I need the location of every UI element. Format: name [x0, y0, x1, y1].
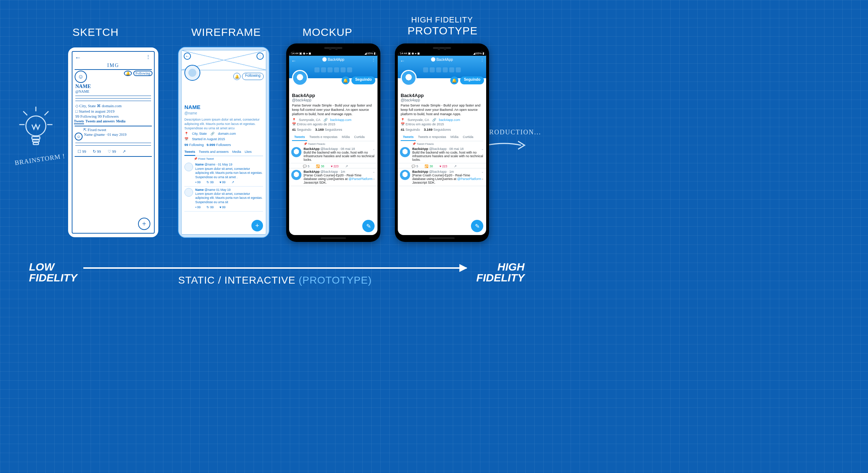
retweet-icon[interactable]: ↻ 99: [206, 180, 214, 184]
menu-dots-icon[interactable]: ⋮: [256, 53, 264, 60]
chevron-down-icon[interactable]: ⌄: [372, 170, 375, 173]
tweet-meta: @back4app · 08 mai 18: [321, 147, 355, 151]
tweet-item[interactable]: Name @name 01 May 19 Lorem ipsum dolor s…: [184, 187, 263, 212]
compose-fab[interactable]: +: [138, 218, 150, 230]
chevron-down-icon[interactable]: ⌄: [372, 147, 375, 151]
production-label: PRODUCTION...: [485, 129, 541, 136]
tab-tweets[interactable]: Tweets: [74, 120, 84, 124]
menu-dots-icon[interactable]: ⋮: [480, 58, 484, 62]
retweet-icon[interactable]: ↻ 99: [206, 205, 214, 209]
profile-link[interactable]: back4app.com: [330, 118, 352, 122]
profile-location: Sunnyvale, CA: [299, 118, 321, 122]
tab-replies[interactable]: Tweets e respostas: [307, 134, 340, 141]
tab-likes[interactable]: Curtida: [460, 134, 475, 141]
like-icon[interactable]: ♥ 99: [220, 205, 226, 209]
profile-stats: 99 Following 9.999 Followers: [184, 143, 263, 147]
tweet-text: Build the backend with no code, host wit…: [304, 151, 375, 162]
profile-joined: Entrou em agosto de 2015: [297, 122, 335, 126]
following-button[interactable]: Seguindo: [460, 76, 484, 84]
retweet-icon[interactable]: 🔁 38: [316, 164, 324, 168]
compose-fab[interactable]: ✎: [471, 220, 483, 232]
chevron-down-icon[interactable]: ⌄: [481, 170, 484, 173]
like-icon[interactable]: ♥ 223: [439, 164, 447, 168]
menu-dots-icon[interactable]: ⋮: [146, 54, 151, 60]
bell-icon[interactable]: 🔔: [124, 71, 132, 76]
like-icon[interactable]: ♥ 99: [220, 180, 226, 184]
tab-media[interactable]: Mídia: [448, 134, 460, 141]
tweet-item[interactable]: ⌄ Back4App @back4app · 1m [Parse Crash C…: [289, 168, 377, 186]
menu-dots-icon[interactable]: ⋮: [372, 58, 375, 62]
back-arrow-icon[interactable]: ←: [184, 53, 191, 60]
svg-rect-6: [32, 137, 40, 139]
tabs: Tweets Tweets e respostas Mídia Curtida: [292, 134, 375, 141]
tab-answers[interactable]: Tweets and answers: [199, 150, 229, 156]
profile-location: ◇ City, State ⌘ domain.com: [72, 103, 154, 109]
profile-stats: 41 Seguindo 3.169 Seguidores: [401, 127, 483, 131]
tab-media[interactable]: Media: [232, 150, 241, 156]
tweet-avatar-icon: ☺: [75, 133, 83, 141]
profile-location: Sunnyvale, CA: [408, 118, 429, 122]
reply-icon[interactable]: ▪ 99: [195, 180, 201, 184]
tab-media[interactable]: Media: [116, 120, 125, 124]
profile-link[interactable]: back4app.com: [439, 118, 460, 122]
tab-media[interactable]: Mídia: [339, 134, 352, 141]
calendar-icon: 📅: [184, 137, 188, 141]
title-mockup: MOCKUP: [302, 26, 352, 38]
tab-replies[interactable]: Tweets e respostas: [416, 134, 448, 141]
reply-icon[interactable]: 💬 5: [412, 164, 418, 168]
tab-tweets[interactable]: Tweets: [184, 150, 195, 156]
retweet-icon[interactable]: ↻ 99: [93, 149, 101, 154]
tweet-item[interactable]: Name @name · 01 May 19 Lorem ipsum dolor…: [184, 161, 263, 186]
like-icon[interactable]: ♥ 223: [331, 164, 339, 168]
following-button[interactable]: Following: [133, 71, 153, 76]
share-icon[interactable]: ↗: [454, 164, 457, 168]
back-arrow-icon[interactable]: ←: [75, 54, 81, 62]
profile-link[interactable]: domain.com: [218, 131, 236, 136]
tweet-avatar-icon: [291, 147, 301, 157]
tweet-item[interactable]: ⌄ Back4App @back4app · 08 mai 18 Build t…: [398, 146, 486, 163]
following-button[interactable]: Seguindo: [351, 76, 375, 84]
tweet-author: Back4App: [304, 147, 320, 151]
back-arrow-icon[interactable]: ←: [400, 58, 405, 64]
profile-name: NAME: [72, 84, 154, 89]
avatar-icon: ☺: [75, 71, 87, 83]
profile-handle: @back4app: [292, 98, 375, 102]
calendar-icon: 📅: [401, 122, 405, 126]
tweet-text: Lorem ipsum dolor sit amet, consectetur …: [195, 167, 263, 179]
location-pin-icon: 📍: [401, 118, 405, 122]
reply-icon[interactable]: ▪ 99: [195, 205, 201, 209]
bell-icon[interactable]: 🔔: [342, 76, 350, 84]
tweet-text: Lorem ipsum dolor sit amet, consectetur …: [195, 192, 263, 204]
retweet-icon[interactable]: 🔁 38: [425, 164, 433, 168]
like-icon[interactable]: ♡ 99: [108, 149, 116, 154]
tab-likes[interactable]: Lkes: [245, 150, 251, 156]
bell-icon[interactable]: 🔔: [450, 76, 458, 84]
profile-name: Back4App: [401, 93, 483, 98]
tweet-meta: @back4app · 1m: [429, 170, 454, 173]
tweet-item[interactable]: ⌄ Back4App @back4app · 08 mai 18 Build t…: [289, 146, 377, 163]
svg-rect-8: [33, 143, 39, 145]
location-pin-icon: 📍: [292, 118, 296, 122]
following-button[interactable]: Following: [242, 73, 264, 80]
chevron-down-icon[interactable]: ⌄: [481, 147, 484, 151]
share-icon[interactable]: ↗: [231, 180, 234, 184]
compose-fab[interactable]: +: [251, 220, 263, 231]
reply-icon[interactable]: 💬 5: [303, 164, 309, 168]
tab-answers[interactable]: Tweets and answers: [85, 120, 115, 124]
pinned-label: 📌 Tweet Fixado: [292, 141, 375, 146]
tweet-author: Back4App: [412, 170, 428, 173]
bell-icon[interactable]: 🔔: [233, 73, 241, 80]
tab-tweets[interactable]: Tweets: [292, 134, 307, 141]
back-arrow-icon[interactable]: ←: [291, 58, 296, 64]
tweet-text: [Parse Crash Course]-Ep20 - Real-Time da…: [412, 173, 484, 184]
svg-line-1: [23, 111, 27, 115]
tab-likes[interactable]: Curtida: [352, 134, 367, 141]
tab-tweets[interactable]: Tweets: [401, 134, 416, 141]
share-icon[interactable]: ↗: [122, 149, 126, 154]
brand-logo-icon: [431, 57, 435, 62]
tweet-item[interactable]: ⌄ Back4App @back4app · 1m [Parse Crash C…: [398, 168, 486, 186]
reply-icon[interactable]: ☐ 99: [78, 149, 86, 154]
compose-fab[interactable]: ✎: [362, 220, 375, 232]
share-icon[interactable]: ↗: [345, 164, 348, 168]
tweet-meta: @back4app · 1m: [321, 170, 345, 173]
